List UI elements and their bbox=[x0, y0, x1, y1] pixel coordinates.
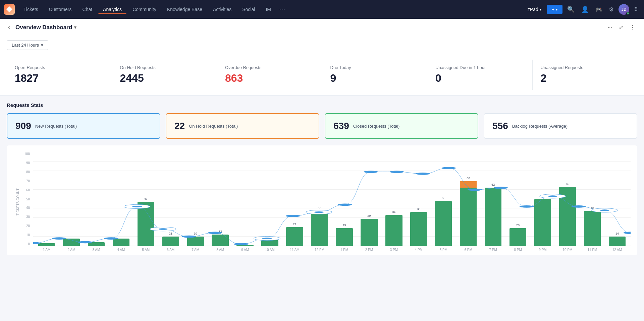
stat-value-1: 2445 bbox=[120, 72, 209, 84]
bar-green bbox=[336, 228, 353, 246]
game-button[interactable]: 🎮 bbox=[593, 5, 604, 14]
bar-top-label: 38 bbox=[311, 206, 328, 210]
nav-item-analytics[interactable]: Analytics bbox=[98, 5, 126, 14]
zpad-button[interactable]: zPad ▾ bbox=[525, 5, 544, 13]
bar-top-label: 36 bbox=[410, 207, 427, 211]
x-tick: 7 AM bbox=[183, 248, 208, 252]
more-nav-button[interactable]: ⋯ bbox=[277, 4, 287, 14]
more-options-button[interactable]: ⋮ bbox=[628, 23, 637, 32]
bar-top-label: 21 bbox=[162, 232, 179, 235]
plus-icon: + bbox=[552, 7, 554, 12]
app-logo[interactable] bbox=[4, 4, 15, 15]
zpad-chevron-icon: ▾ bbox=[540, 7, 542, 12]
bar-group: 47 bbox=[134, 152, 158, 246]
stat-value-5: 2 bbox=[541, 72, 630, 84]
agent-button[interactable]: 👤 bbox=[579, 4, 591, 14]
nav-item-activities[interactable]: Activities bbox=[208, 5, 236, 14]
expand-button[interactable]: ⤢ bbox=[617, 23, 625, 32]
bar-top-label: 10 bbox=[187, 232, 204, 235]
section-title: Requests Stats bbox=[7, 102, 637, 108]
nav-item-knowledge-base[interactable]: Knowledge Base bbox=[162, 5, 207, 14]
back-icon: ‹ bbox=[8, 24, 10, 30]
bar-green bbox=[385, 215, 402, 246]
x-tick: 6 AM bbox=[159, 248, 183, 252]
filter-chevron-icon: ▾ bbox=[41, 43, 43, 48]
x-tick: 8 AM bbox=[208, 248, 232, 252]
apps-grid-button[interactable]: ⠿ bbox=[632, 5, 640, 14]
bar-top-label: 12 bbox=[212, 230, 228, 233]
summary-desc-3: Backlog Requests (Average) bbox=[512, 124, 568, 129]
bar-group: 10 bbox=[183, 152, 208, 246]
bar-green bbox=[584, 211, 601, 246]
expand-icon: ⤢ bbox=[619, 24, 623, 30]
y-tick: 0 bbox=[20, 242, 32, 246]
x-axis: 1 AM2 AM3 AM4 AM5 AM6 AM7 AM8 AM9 AM10 A… bbox=[33, 246, 631, 252]
time-filter-button[interactable]: Last 24 Hours ▾ bbox=[7, 40, 48, 50]
bar-green bbox=[236, 245, 253, 246]
nav-item-chat[interactable]: Chat bbox=[78, 5, 97, 14]
avatar[interactable]: JD bbox=[619, 4, 629, 15]
summary-num-0: 909 bbox=[15, 121, 31, 131]
bar-group: 12 bbox=[208, 152, 232, 246]
y-tick: 50 bbox=[20, 197, 32, 201]
summary-num-2: 639 bbox=[333, 121, 349, 131]
bar-green bbox=[63, 239, 80, 246]
bar-green bbox=[311, 211, 328, 246]
nav-item-community[interactable]: Community bbox=[128, 5, 161, 14]
bar-group: 34 bbox=[382, 152, 406, 246]
bar-green bbox=[187, 237, 204, 246]
nav-item-social[interactable]: Social bbox=[237, 5, 260, 14]
bar-green bbox=[509, 228, 526, 246]
stat-label-2: Overdue Requests bbox=[225, 65, 314, 70]
nav-item-customers[interactable]: Customers bbox=[44, 5, 76, 14]
nav-item-im[interactable]: IM bbox=[261, 5, 276, 14]
main-content: Requests Stats 909 New Requests (Total) … bbox=[0, 95, 644, 262]
filter-label: Last 24 Hours bbox=[12, 43, 39, 48]
x-tick: 3 AM bbox=[84, 248, 108, 252]
title-chevron-icon[interactable]: ▾ bbox=[74, 25, 76, 30]
back-button[interactable]: ‹ bbox=[7, 22, 11, 32]
bar-top-label: 80 bbox=[460, 177, 477, 180]
new-item-button[interactable]: + ▾ bbox=[547, 5, 562, 14]
bar-green bbox=[113, 239, 129, 246]
y-tick: 90 bbox=[20, 161, 32, 165]
bar-group: 21 bbox=[283, 152, 307, 246]
bar-green bbox=[559, 187, 576, 246]
bar-top-label: 54 bbox=[534, 194, 551, 198]
stat-on-hold-requests: On Hold Requests 2445 bbox=[112, 60, 217, 90]
bar-orange bbox=[460, 181, 477, 188]
zpad-label: zPad bbox=[528, 7, 538, 12]
search-button[interactable]: 🔍 bbox=[565, 4, 577, 14]
dots-menu-button[interactable]: ··· bbox=[606, 23, 614, 32]
nav-item-tickets[interactable]: Tickets bbox=[19, 5, 43, 14]
stat-label-1: On Hold Requests bbox=[120, 65, 209, 70]
bar-top-label: 55 bbox=[435, 196, 452, 200]
bar-green bbox=[410, 212, 427, 246]
stat-overdue-requests: Overdue Requests 863 bbox=[217, 60, 322, 90]
bar-top-label: 21 bbox=[286, 222, 303, 226]
settings-button[interactable]: ⚙ bbox=[607, 5, 616, 14]
bar-group: 80 bbox=[456, 152, 480, 246]
summary-desc-2: Closed Requests (Total) bbox=[353, 124, 400, 129]
summary-desc-0: New Requests (Total) bbox=[35, 124, 77, 129]
game-icon: 🎮 bbox=[595, 6, 602, 13]
bar-green bbox=[138, 202, 154, 246]
bar-green bbox=[286, 227, 303, 246]
summary-desc-1: On Hold Requests (Total) bbox=[189, 124, 238, 129]
summary-num-1: 22 bbox=[174, 121, 185, 131]
x-tick: 4 PM bbox=[407, 248, 431, 252]
y-tick: 20 bbox=[20, 224, 32, 228]
bar-group: 20 bbox=[506, 152, 530, 246]
sub-header: ‹ Overview Dashboard ▾ ··· ⤢ ⋮ bbox=[0, 19, 644, 36]
bar-group bbox=[233, 152, 257, 246]
y-tick: 10 bbox=[20, 233, 32, 237]
stat-value-0: 1827 bbox=[15, 72, 104, 84]
stat-due-today: Due Today 9 bbox=[322, 60, 428, 90]
y-tick: 40 bbox=[20, 206, 32, 210]
bar-group: 40 bbox=[580, 152, 604, 246]
stat-label-5: Unassigned Requests bbox=[541, 65, 630, 70]
bar-group bbox=[84, 152, 108, 246]
y-tick: 30 bbox=[20, 215, 32, 219]
bar-top-label: 62 bbox=[485, 183, 501, 186]
x-tick: 9 AM bbox=[233, 248, 257, 252]
